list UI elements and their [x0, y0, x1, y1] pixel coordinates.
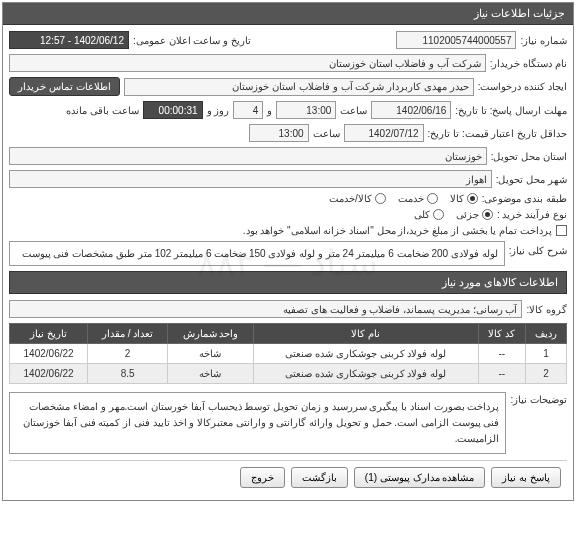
cell-name: لوله فولاد کربنی جوشکاری شده صنعتی — [253, 344, 478, 364]
label-group: گروه کالا: — [526, 304, 567, 315]
radio-both-label: کالا/خدمت — [329, 193, 372, 204]
cell-code: -- — [478, 344, 525, 364]
field-deadline-date: 1402/06/16 — [371, 101, 451, 119]
radio-icon — [433, 209, 444, 220]
label-announce-date: تاریخ و ساعت اعلان عمومی: — [133, 35, 251, 46]
attachments-button[interactable]: مشاهده مدارک پیوستی (1) — [354, 467, 486, 488]
radio-icon — [467, 193, 478, 204]
cell-qty: 2 — [88, 344, 168, 364]
items-table: ردیف کد کالا نام کالا واحد شمارش تعداد /… — [9, 323, 567, 384]
radio-both[interactable]: کالا/خدمت — [329, 193, 386, 204]
label-province: استان محل تحویل: — [491, 151, 567, 162]
label-hour-1: ساعت — [340, 105, 367, 116]
cell-row: 2 — [525, 364, 566, 384]
label-classification: طبقه بندی موضوعی: — [482, 193, 567, 204]
exit-button[interactable]: خروج — [240, 467, 285, 488]
label-description: شرح کلی نیاز: — [509, 241, 567, 256]
radio-goods[interactable]: کالا — [450, 193, 478, 204]
field-announce-date: 1402/06/12 - 12:57 — [9, 31, 129, 49]
field-days-left: 4 — [233, 101, 263, 119]
th-qty: تعداد / مقدار — [88, 324, 168, 344]
label-requester: ایجاد کننده درخواست: — [478, 81, 567, 92]
label-need-no: شماره نیاز: — [520, 35, 567, 46]
field-validity-time: 13:00 — [249, 124, 309, 142]
cell-name: لوله فولاد کربنی جوشکاری شده صنعتی — [253, 364, 478, 384]
cell-date: 1402/06/22 — [10, 344, 88, 364]
cell-date: 1402/06/22 — [10, 364, 88, 384]
radio-icon — [482, 209, 493, 220]
field-group: آب رسانی؛ مدیریت پسماند، فاضلاب و فعالیت… — [9, 300, 522, 318]
label-notes: توضیحات نیاز: — [510, 390, 567, 405]
label-buyer: نام دستگاه خریدار: — [490, 58, 567, 69]
field-deadline-time: 13:00 — [276, 101, 336, 119]
payment-checkbox[interactable] — [556, 225, 567, 236]
cell-unit: شاخه — [168, 364, 254, 384]
table-row: 1 -- لوله فولاد کربنی جوشکاری شده صنعتی … — [10, 344, 567, 364]
back-button[interactable]: بازگشت — [291, 467, 348, 488]
field-need-no: 1102005744000557 — [396, 31, 516, 49]
field-province: خوزستان — [9, 147, 487, 165]
classification-group: کالا خدمت کالا/خدمت — [329, 193, 478, 204]
field-city: اهواز — [9, 170, 492, 188]
label-deadline: مهلت ارسال پاسخ: تا تاریخ: — [455, 105, 567, 116]
table-row: 2 -- لوله فولاد کربنی جوشکاری شده صنعتی … — [10, 364, 567, 384]
field-time-left: 00:00:31 — [143, 101, 203, 119]
cell-qty: 8.5 — [88, 364, 168, 384]
label-remaining: ساعت باقی مانده — [66, 105, 139, 116]
footer-buttons: پاسخ به نیاز مشاهده مدارک پیوستی (1) باز… — [9, 460, 567, 494]
cell-unit: شاخه — [168, 344, 254, 364]
radio-partial-label: جزئی — [456, 209, 479, 220]
radio-icon — [427, 193, 438, 204]
payment-note: پرداخت تمام یا بخشی از مبلغ خرید،از محل … — [243, 225, 552, 236]
label-hour-2: ساعت — [313, 128, 340, 139]
radio-service-label: خدمت — [398, 193, 424, 204]
th-code: کد کالا — [478, 324, 525, 344]
cell-code: -- — [478, 364, 525, 384]
field-requester: حیدر مهدی کاربردار شرکت آب و فاضلاب استا… — [124, 78, 474, 96]
contact-badge[interactable]: اطلاعات تماس خریدار — [9, 77, 120, 96]
field-validity-date: 1402/07/12 — [344, 124, 424, 142]
field-description: لوله فولادی 200 ضخامت 6 میلیمتر 24 متر و… — [9, 241, 505, 266]
label-days: روز و — [207, 105, 230, 116]
label-and: و — [267, 105, 272, 116]
radio-total-label: کلی — [414, 209, 430, 220]
radio-total[interactable]: کلی — [414, 209, 444, 220]
cell-row: 1 — [525, 344, 566, 364]
respond-button[interactable]: پاسخ به نیاز — [491, 467, 561, 488]
label-process-type: نوع فرآیند خرید : — [497, 209, 567, 220]
panel-title: جزئیات اطلاعات نیاز — [3, 3, 573, 25]
radio-goods-label: کالا — [450, 193, 464, 204]
radio-partial[interactable]: جزئی — [456, 209, 493, 220]
field-notes: پرداخت بصورت اسناد با پیگیری سررسید و زم… — [9, 392, 506, 454]
radio-icon — [375, 193, 386, 204]
field-buyer: شرکت آب و فاضلاب استان خوزستان — [9, 54, 486, 72]
label-validity: حداقل تاریخ اعتبار قیمت: تا تاریخ: — [428, 128, 567, 139]
items-section-header: اطلاعات کالاهای مورد نیاز — [9, 271, 567, 294]
th-row: ردیف — [525, 324, 566, 344]
th-name: نام کالا — [253, 324, 478, 344]
th-unit: واحد شمارش — [168, 324, 254, 344]
th-date: تاریخ نیاز — [10, 324, 88, 344]
radio-service[interactable]: خدمت — [398, 193, 438, 204]
label-city: شهر محل تحویل: — [496, 174, 567, 185]
process-type-group: جزئی کلی — [414, 209, 493, 220]
